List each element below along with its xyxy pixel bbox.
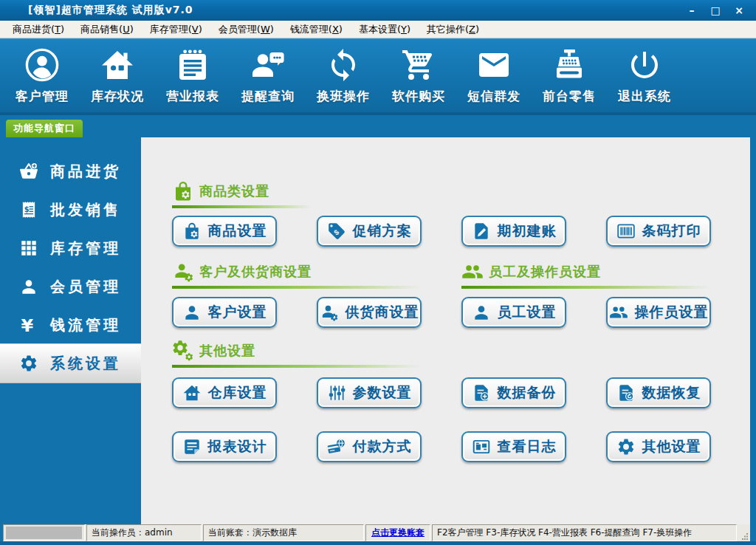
parameter-settings-button[interactable]: 参数设置 (317, 377, 422, 408)
report-design-button[interactable]: 报表设计 (172, 431, 277, 462)
payment-method-button[interactable]: 付款方式 (317, 431, 422, 462)
sidebar-item-system-settings[interactable]: 系统设置 (0, 344, 141, 383)
status-meter-panel (3, 524, 85, 541)
bag-gear-icon (172, 180, 194, 202)
status-account: 当前账套：演示数据库 (203, 524, 364, 541)
toolbar-stock-status-button[interactable]: 库存状况 (80, 39, 155, 112)
menu-bar: 商品进货(T)商品销售(U)库存管理(V)会员管理(W)钱流管理(X)基本设置(… (0, 21, 756, 38)
employee-settings-button[interactable]: 员工设置 (461, 297, 566, 328)
nav-strip: 功能导航窗口 (0, 115, 756, 137)
section-header-employee-operator-settings: 员工及操作员设置 (461, 261, 750, 290)
sidebar-item-cashflow-management[interactable]: ¥钱流管理 (0, 306, 141, 344)
tile-button-label: 付款方式 (353, 437, 412, 456)
gear-icon (19, 354, 38, 373)
menu-item-misc[interactable]: 其它操作(Z) (419, 23, 487, 36)
toolbar-customer-management-button[interactable]: 客户管理 (4, 39, 80, 112)
toolbar-exit-system-button[interactable]: 退出系统 (607, 39, 682, 112)
toolbar-button-label: 库存状况 (91, 88, 144, 105)
people-icon (461, 261, 484, 283)
other-settings-button[interactable]: 其他设置 (606, 431, 711, 462)
price-tag-icon: $ (327, 222, 346, 241)
toolbar-button-label: 软件购买 (392, 88, 445, 105)
content-panel: 商品类设置商品设置$促销方案期初建账条码打印客户及供货商设置员工及操作员设置客户… (141, 137, 750, 524)
sidebar-item-inventory-management[interactable]: 库存管理 (0, 229, 141, 267)
tile-button-label: 操作员设置 (635, 303, 709, 322)
menu-item-settings[interactable]: 基本设置(Y) (351, 23, 419, 36)
doc-restore-icon (616, 383, 636, 402)
receipt-dollar-icon: $ (19, 200, 38, 219)
tile-button-label: 查看日志 (498, 437, 557, 456)
sidebar-item-wholesale-sales[interactable]: $批发销售 (0, 191, 141, 229)
operator-settings-button[interactable]: 操作员设置 (606, 297, 711, 328)
menu-item-sales[interactable]: 商品销售(U) (72, 23, 142, 36)
toolbar-button-label: 客户管理 (16, 88, 69, 105)
view-logs-button[interactable]: 查看日志 (461, 431, 566, 462)
tile-button-label: 供货商设置 (346, 303, 419, 322)
toolbar-software-purchase-button[interactable]: 软件购买 (381, 39, 456, 112)
nav-tab-function-navigation[interactable]: 功能导航窗口 (6, 120, 83, 137)
sidebar: 商品进货$批发销售库存管理会员管理¥钱流管理系统设置 (0, 137, 141, 524)
barcode-print-button[interactable]: 条码打印 (606, 216, 711, 247)
person-icon (472, 303, 491, 322)
gears-icon (172, 340, 194, 362)
product-settings-button[interactable]: 商品设置 (172, 216, 277, 247)
power-icon (627, 47, 662, 83)
tile-button-label: 数据备份 (498, 383, 557, 402)
status-switch-account-panel: 点击更换账套 (365, 524, 430, 541)
status-meter (6, 527, 82, 539)
svg-text:¥: ¥ (21, 315, 37, 335)
data-restore-button[interactable]: 数据恢复 (606, 377, 711, 408)
person-gear-icon (320, 303, 339, 322)
sidebar-item-member-management[interactable]: 会员管理 (0, 267, 141, 306)
section-title: 其他设置 (199, 342, 255, 360)
supplier-settings-button[interactable]: 供货商设置 (317, 297, 422, 328)
doc-pen-icon (472, 222, 491, 241)
window-bottom-border (0, 541, 756, 545)
toolbar-reminder-query-button[interactable]: 提醒查询 (230, 39, 306, 112)
barcode-icon (616, 222, 636, 241)
cash-register-icon (551, 47, 587, 83)
switch-account-link[interactable]: 点击更换账套 (371, 527, 425, 539)
toolbar-button-label: 退出系统 (618, 88, 671, 105)
minimize-button[interactable]: – (682, 3, 701, 18)
maximize-button[interactable]: □ (706, 3, 725, 18)
bag-gear-icon (182, 222, 202, 241)
people-icon (609, 303, 628, 322)
toolbar-pos-retail-button[interactable]: 前台零售 (532, 39, 607, 112)
sidebar-item-goods-purchase[interactable]: 商品进货 (0, 152, 141, 191)
data-backup-button[interactable]: 数据备份 (461, 377, 566, 408)
toolbar-button-label: 营业报表 (166, 88, 219, 105)
tile-button-label: 条码打印 (642, 222, 701, 241)
sidebar-item-label: 商品进货 (50, 162, 121, 182)
notepad-icon (175, 47, 210, 83)
toolbar-shift-change-button[interactable]: 换班操作 (306, 39, 381, 112)
toolbar-button-label: 短信群发 (467, 88, 520, 105)
button-row: 客户设置供货商设置员工设置操作员设置 (172, 297, 750, 328)
button-row: 报表设计付款方式查看日志其他设置 (172, 431, 750, 462)
sliders-icon (327, 383, 346, 402)
menu-item-cashflow[interactable]: 钱流管理(X) (282, 23, 351, 36)
toolbar-business-reports-button[interactable]: 营业报表 (155, 39, 230, 112)
resize-grip-icon[interactable] (738, 524, 750, 541)
promotion-plan-button[interactable]: $促销方案 (317, 216, 422, 247)
status-bar: 当前操作员：admin 当前账套：演示数据库 点击更换账套 F2客户管理 F3-… (3, 524, 750, 541)
menu-item-member[interactable]: 会员管理(W) (210, 23, 282, 36)
close-button[interactable]: × (729, 3, 749, 18)
customer-settings-button[interactable]: 客户设置 (172, 297, 277, 328)
pay-card-icon (327, 437, 346, 456)
warehouse-settings-button[interactable]: 仓库设置 (172, 377, 277, 408)
window-controls: – □ × (682, 3, 756, 18)
toolbar-sms-broadcast-button[interactable]: 短信群发 (456, 39, 532, 112)
section-header-other-settings-section: 其他设置 (172, 340, 461, 369)
person-icon (182, 303, 202, 322)
grid-icon (19, 239, 38, 258)
toolbar-button-label: 提醒查询 (241, 88, 295, 105)
menu-item-inventory[interactable]: 库存管理(V) (142, 23, 210, 36)
person-chat-icon (250, 47, 286, 83)
titlebar: [领智]超市管理系统 试用版v7.0 – □ × (0, 0, 756, 21)
doc-plus-icon (472, 383, 491, 402)
person-gear-icon (172, 261, 194, 283)
basket-plus-icon (19, 162, 38, 181)
menu-item-purchase[interactable]: 商品进货(T) (4, 23, 72, 36)
initial-accounts-button[interactable]: 期初建账 (461, 216, 566, 247)
